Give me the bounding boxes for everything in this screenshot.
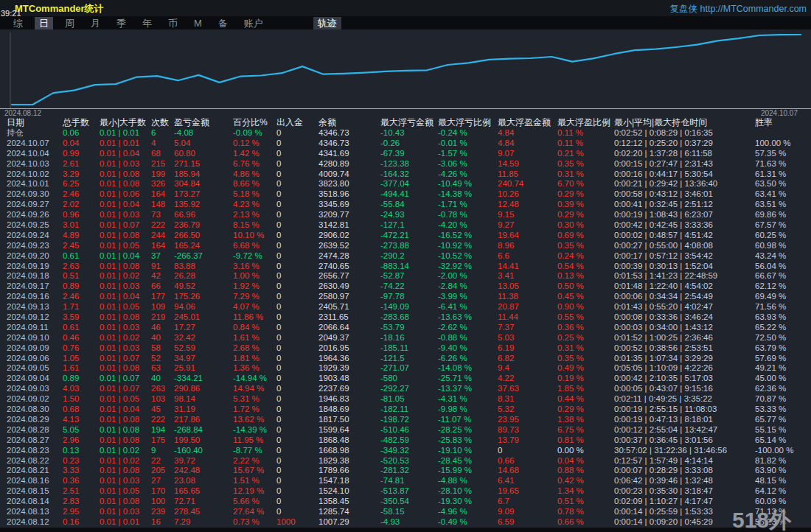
- cell-maxdd: -164.32: [380, 169, 438, 180]
- cell-minmax: 0.01 | 0.04: [100, 405, 151, 415]
- table-row[interactable]: 2024.10.040.990.01 | 0.046860.801.42 %04…: [0, 149, 804, 159]
- table-row[interactable]: 2024.08.120.160.01 | 0.01167.290.73 %100…: [0, 517, 804, 528]
- table-row[interactable]: 2024.08.152.510.01 | 0.05170165.6512.19 …: [0, 486, 804, 497]
- cell-date: 2024.08.28: [7, 425, 63, 435]
- table-row[interactable]: 2024.09.021.500.01 | 0.0510398.145.31 %0…: [0, 394, 804, 405]
- cell-inout: 0: [276, 446, 319, 456]
- table-row[interactable]: 2024.09.200.610.01 | 0.0437-266.37-9.72 …: [0, 251, 804, 262]
- cell-date: 2024.09.26: [7, 210, 63, 220]
- table-row[interactable]: 2024.09.272.020.01 | 0.04148135.924.23 %…: [0, 200, 804, 210]
- cell-profit: 175.26: [174, 292, 233, 302]
- table-row[interactable]: 2024.10.023.290.01 | 0.08199185.944.86 %…: [0, 169, 804, 180]
- site-link[interactable]: 复盘侠 http://MTCommander.com: [670, 3, 807, 15]
- cell-maxfu: 8.96: [498, 241, 557, 251]
- cell-maxfupct: 0.44 %: [557, 394, 614, 405]
- menu-tab-8[interactable]: 备: [214, 17, 232, 29]
- cell-balance: 1848.69: [319, 405, 380, 415]
- table-row[interactable]: 2024.09.180.510.01 | 0.024226.281.00 %02…: [0, 271, 804, 281]
- menu-tab-2[interactable]: 周: [60, 17, 79, 29]
- menu-tab-9[interactable]: 账户: [240, 17, 268, 29]
- menu-tab-1[interactable]: 日: [35, 17, 53, 29]
- table-row[interactable]: 2024.09.244.890.01 | 0.08244266.5010.10 …: [0, 231, 804, 241]
- cell-date: 2024.09.11: [7, 323, 63, 333]
- cell-maxfupct: 0.31 %: [557, 343, 614, 354]
- cell-date: 2024.09.19: [7, 262, 63, 272]
- cell-balance: 1599.64: [319, 425, 380, 435]
- cell-maxfupct: 0.29 %: [557, 405, 614, 415]
- cell-winrate: 43.24 %: [755, 251, 804, 262]
- cell-winrate: [755, 128, 804, 139]
- cell-count: 52: [151, 354, 174, 364]
- cell-inout: 0: [276, 333, 319, 343]
- cell-maxfupct: 0.19 %: [557, 374, 614, 384]
- table-row[interactable]: 2024.08.160.360.01 | 0.032723.081.51 %01…: [0, 476, 804, 486]
- cell-minmax: 0.01 | 0.08: [100, 497, 151, 507]
- table-row[interactable]: 2024.08.213.330.01 | 0.08205242.4815.67 …: [0, 466, 804, 476]
- table-row[interactable]: 2024.08.300.680.01 | 0.044531.191.72 %01…: [0, 405, 804, 415]
- table-row[interactable]: 2024.08.220.230.01 | 0.022239.722.22 %01…: [0, 456, 804, 466]
- cell-maxfupct: 1.38 %: [557, 415, 614, 425]
- table-row[interactable]: 2024.09.040.890.01 | 0.0740-334.21-14.94…: [0, 374, 804, 384]
- menu-tab-0[interactable]: 综: [9, 17, 27, 29]
- cell-minmax: 0.01 | 0.06: [100, 189, 151, 200]
- menu-tab-3[interactable]: 月: [86, 17, 105, 29]
- table-row[interactable]: 2024.09.192.630.01 | 0.089183.883.16 %02…: [0, 262, 804, 272]
- table-row[interactable]: 2024.08.294.130.01 | 0.08222217.8613.62 …: [0, 415, 804, 425]
- cell-maxdd: -74.22: [380, 281, 438, 292]
- cell-balance: 1964.36: [319, 354, 380, 364]
- table-row[interactable]: 2024.09.170.890.01 | 0.036649.521.92 %02…: [0, 281, 804, 292]
- table-row[interactable]: 2024.09.232.450.01 | 0.05164165.246.68 %…: [0, 241, 804, 251]
- table-row[interactable]: 2024.09.260.960.01 | 0.037366.962.13 %03…: [0, 210, 804, 220]
- cell-maxfu: 9.4: [498, 363, 557, 374]
- table-row[interactable]: 2024.09.131.710.01 | 0.0510994.064.07 %0…: [0, 302, 804, 312]
- cell-lots: 4.89: [63, 231, 100, 241]
- cell-inout: 0: [276, 281, 319, 292]
- cell-count: 222: [151, 415, 174, 425]
- menu-tab-7[interactable]: M: [189, 17, 206, 29]
- cell-maxdd: -55.84: [380, 200, 438, 210]
- menu-tab-4[interactable]: 季: [112, 17, 130, 29]
- table-row[interactable]: 2024.09.051.610.01 | 0.086325.911.36 %01…: [0, 363, 804, 374]
- cell-profit: 5.04: [174, 139, 233, 149]
- table-row[interactable]: 2024.08.142.830.01 | 0.0810072.715.66 %0…: [0, 497, 804, 507]
- table-row[interactable]: 2024.09.302.460.01 | 0.06164173.275.18 %…: [0, 189, 804, 200]
- cell-pct: 11.86 %: [233, 312, 276, 323]
- cell-maxddpct: -4.26 %: [438, 169, 498, 180]
- table-row[interactable]: 2024.09.034.030.01 | 0.07263290.8614.94 …: [0, 384, 804, 394]
- table-row[interactable]: 2024.08.132.950.01 | 0.03239278.4527.64 …: [0, 507, 804, 517]
- cell-maxdd: -290.2: [380, 251, 438, 262]
- cell-maxfu: 12.48: [498, 200, 557, 210]
- table-row[interactable]: 2024.08.272.960.01 | 0.08175199.5011.95 …: [0, 435, 804, 446]
- table-row[interactable]: 2024.09.162.460.01 | 0.04177175.267.29 %…: [0, 292, 804, 302]
- table-row[interactable]: 2024.10.070.040.01 | 0.0145.040.12 %0434…: [0, 139, 804, 149]
- cell-lots: 5.05: [63, 425, 100, 435]
- table-row[interactable]: 2024.09.061.050.01 | 0.075234.971.81 %01…: [0, 354, 804, 364]
- menu-tab-6[interactable]: 币: [164, 17, 182, 29]
- cell-maxfu: 5.32: [498, 405, 557, 415]
- menu-tab-5[interactable]: 年: [138, 17, 156, 29]
- table-row[interactable]: 2024.10.032.610.01 | 0.03215271.156.76 %…: [0, 159, 804, 169]
- cell-count: 16: [151, 517, 174, 528]
- table-row[interactable]: 2024.09.253.010.01 | 0.07222236.798.15 %…: [0, 220, 804, 231]
- table-row[interactable]: 2024.09.123.590.01 | 0.08219245.0111.86 …: [0, 312, 804, 323]
- equity-chart-svg: [0, 29, 811, 116]
- cell-times: 0:00:19 | 2:55:15 | 11:08:03: [614, 405, 755, 415]
- cell-maxfu: 13.05: [498, 281, 557, 292]
- table-row[interactable]: 持仓0.060.01 | 0.016-4.08-0.09 %04346.73-1…: [0, 128, 804, 139]
- table-row[interactable]: 2024.08.285.050.01 | 0.08194-268.84-14.3…: [0, 425, 804, 435]
- cell-maxdd: -377.04: [380, 179, 438, 189]
- table-row[interactable]: 2024.09.090.760.01 | 0.035852.592.68 %02…: [0, 343, 804, 354]
- cell-maxfu: 11.85: [498, 169, 557, 180]
- table-row[interactable]: 2024.09.110.610.01 | 0.034617.270.84 %02…: [0, 323, 804, 333]
- cell-profit: 52.59: [174, 343, 233, 354]
- cell-maxfupct: 0.29 %: [557, 210, 614, 220]
- menu-tab-trajectory[interactable]: 轨迹: [313, 17, 341, 29]
- cell-profit: 304.84: [174, 179, 233, 189]
- cell-date: 2024.08.29: [7, 415, 63, 425]
- table-row[interactable]: 2024.09.100.460.01 | 0.024032.421.61 %02…: [0, 333, 804, 343]
- cell-minmax: 0.01 | 0.07: [100, 384, 151, 394]
- cell-winrate: -100.00 %: [755, 446, 804, 456]
- table-row[interactable]: 2024.10.016.250.01 | 0.08326304.848.66 %…: [0, 179, 804, 189]
- table-row[interactable]: 2024.08.230.130.01 | 0.029-160.40-8.77 %…: [0, 446, 804, 456]
- cell-profit: 31.19: [174, 405, 233, 415]
